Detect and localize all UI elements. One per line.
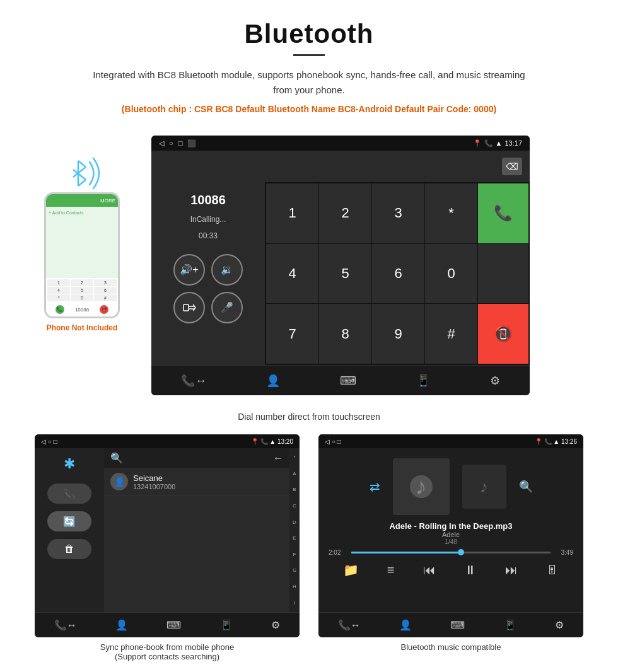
pb-wifi-icon: ▲ [269, 438, 276, 445]
pb-nav-dialpad-icon[interactable]: ⌨ [166, 619, 181, 631]
pb-nav-call-icon[interactable]: 📞↔ [54, 619, 77, 631]
pb-sync-btn[interactable]: 🔄 [47, 511, 91, 531]
pb-alpha-c[interactable]: C [293, 498, 296, 514]
key-0[interactable]: 0 [71, 294, 93, 301]
nav-contacts-icon[interactable]: 👤 [266, 374, 280, 388]
volume-up-button[interactable]: 🔊+ [173, 254, 205, 286]
dial-key-9[interactable]: 9 [372, 304, 424, 364]
control-row-1: 🔊+ 🔉 [173, 254, 243, 286]
pb-main: 🔍 ← 👤 Seicane 13241007000 [104, 448, 289, 612]
phone-screen: + Add to Contacts 1 2 3 4 5 6 * 0 # [46, 207, 118, 303]
music-folder-icon[interactable]: 📁 [343, 562, 359, 577]
status-left: ◁ ○ □ ⬛ [159, 139, 196, 148]
phone-end-button[interactable]: 📵 [100, 305, 108, 314]
key-hash[interactable]: # [94, 294, 117, 301]
dial-key-6[interactable]: 6 [372, 244, 424, 304]
phone-side: MORE + Add to Contacts 1 2 3 4 5 6 * 0 # [25, 136, 139, 332]
dial-key-1[interactable]: 1 [266, 183, 318, 243]
music-search-icon[interactable]: 🔍 [519, 458, 533, 515]
pb-nav-phone-icon[interactable]: 📱 [220, 619, 233, 631]
music-equalizer-icon[interactable]: 🎚 [546, 563, 559, 577]
pb-alpha-e[interactable]: E [293, 530, 296, 547]
pb-contact-row[interactable]: 👤 Seicane 13241007000 [104, 468, 289, 496]
music-nav-phone-icon[interactable]: 📱 [504, 619, 516, 631]
music-playlist-icon[interactable]: ≡ [387, 563, 395, 577]
pb-alpha-star[interactable]: * [293, 449, 295, 466]
pb-nav-contacts-icon[interactable]: 👤 [115, 619, 128, 631]
dial-key-hash[interactable]: # [425, 304, 477, 364]
music-status-right: 📍 📞 ▲ 13:26 [535, 438, 577, 445]
svg-rect-5 [184, 304, 189, 311]
nav-recent-icon: □ [178, 139, 183, 148]
keypad-area: ⌫ 1 2 3 * 📞 4 5 6 0 7 [265, 151, 530, 365]
pb-delete-btn[interactable]: 🗑 [47, 539, 91, 559]
music-prev-icon[interactable]: ⏮ [423, 563, 436, 577]
shuffle-icon[interactable]: ⇄ [370, 458, 380, 515]
call-accept-button[interactable]: 📞 [478, 183, 528, 243]
pb-nav-settings-icon[interactable]: ⚙ [271, 619, 280, 631]
nav-phone-icon[interactable]: 📱 [416, 374, 430, 388]
music-home-icon: ○ [332, 438, 335, 445]
pb-sidebar: ✱ 📞 🔄 🗑 [35, 448, 104, 612]
dial-key-2[interactable]: 2 [319, 183, 371, 243]
nav-call-transfer-icon[interactable]: 📞↔ [181, 374, 206, 388]
bluetooth-waves [57, 154, 107, 192]
dial-key-3[interactable]: 3 [372, 183, 424, 243]
music-screen: ◁ ○ □ 📍 📞 ▲ 13:26 ⇄ [318, 434, 583, 637]
call-number-display: 10086 [190, 193, 226, 207]
pb-alpha-f[interactable]: F [293, 547, 296, 563]
pb-alpha-a[interactable]: A [293, 466, 296, 482]
music-nav-settings-icon[interactable]: ⚙ [555, 619, 564, 631]
music-nav-dialpad-icon[interactable]: ⌨ [450, 619, 465, 631]
dial-key-0[interactable]: 0 [425, 244, 477, 304]
music-album-art-main: ♪ [393, 458, 450, 515]
pb-alpha-h[interactable]: H [293, 579, 296, 595]
call-end-button[interactable]: 📵 [478, 304, 528, 364]
pb-alpha-i[interactable]: I [294, 594, 295, 611]
key-star[interactable]: * [47, 294, 70, 301]
nav-settings-icon[interactable]: ⚙ [490, 374, 500, 388]
volume-down-button[interactable]: 🔉 [211, 254, 243, 286]
wifi-icon: ▲ [496, 139, 503, 147]
pb-alpha-d[interactable]: D [293, 514, 296, 530]
dial-key-5[interactable]: 5 [319, 244, 371, 304]
pb-nav-icons: ◁ ○ □ [41, 438, 57, 445]
clock-display: 13:17 [504, 139, 522, 147]
music-nav-icons: ◁ ○ □ [325, 438, 341, 445]
music-next-icon[interactable]: ⏭ [505, 563, 518, 577]
key-6[interactable]: 6 [94, 287, 117, 294]
dial-key-4[interactable]: 4 [266, 244, 318, 304]
mic-button[interactable]: 🎤 [211, 292, 243, 323]
nav-dialpad-icon[interactable]: ⌨ [340, 374, 356, 388]
pb-alpha-b[interactable]: B [293, 482, 296, 498]
key-3[interactable]: 3 [94, 279, 117, 286]
music-total-time: 3:49 [556, 549, 573, 556]
dial-key-7[interactable]: 7 [266, 304, 318, 364]
specs-text: (Bluetooth chip : CSR BC8 Default Blueto… [88, 104, 530, 114]
music-caption: Bluetooth music compatible [395, 637, 508, 654]
keypad-delete-button[interactable]: ⌫ [502, 158, 522, 175]
music-nav-contacts-icon[interactable]: 👤 [399, 619, 412, 631]
music-track-name: Adele - Rolling In the Deep.mp3 [389, 521, 512, 531]
key-4[interactable]: 4 [47, 287, 70, 294]
nav-back-icon: ◁ [159, 139, 164, 148]
phone-call-button[interactable]: 📞 [55, 305, 64, 314]
music-nav-bar: 📞↔ 👤 ⌨ 📱 ⚙ [318, 612, 583, 637]
dial-key-star[interactable]: * [425, 183, 477, 243]
music-content: ⇄ ♪ ♪ 🔍 Adele - Rolling In the Deep.mp3 [318, 448, 583, 612]
music-status-bar: ◁ ○ □ 📍 📞 ▲ 13:26 [318, 434, 583, 448]
key-1[interactable]: 1 [47, 279, 70, 286]
key-2[interactable]: 2 [71, 279, 93, 286]
pb-alpha-g[interactable]: G [293, 562, 296, 579]
dial-key-8[interactable]: 8 [319, 304, 371, 364]
music-play-pause-icon[interactable]: ⏸ [464, 563, 477, 577]
call-controls: 🔊+ 🔉 🎤 [173, 254, 243, 323]
key-5[interactable]: 5 [71, 287, 93, 294]
phonebook-item: ◁ ○ □ 📍 📞 ▲ 13:20 ✱ 📞 🔄 🗑 [25, 434, 309, 664]
transfer-button[interactable] [173, 292, 205, 323]
pb-call-btn[interactable]: 📞 [47, 484, 91, 504]
music-nav-call-icon[interactable]: 📞↔ [338, 619, 361, 631]
pb-contact-number: 13241007000 [133, 483, 283, 490]
pb-time: 13:20 [277, 438, 293, 445]
music-progress-bar[interactable] [351, 552, 551, 553]
